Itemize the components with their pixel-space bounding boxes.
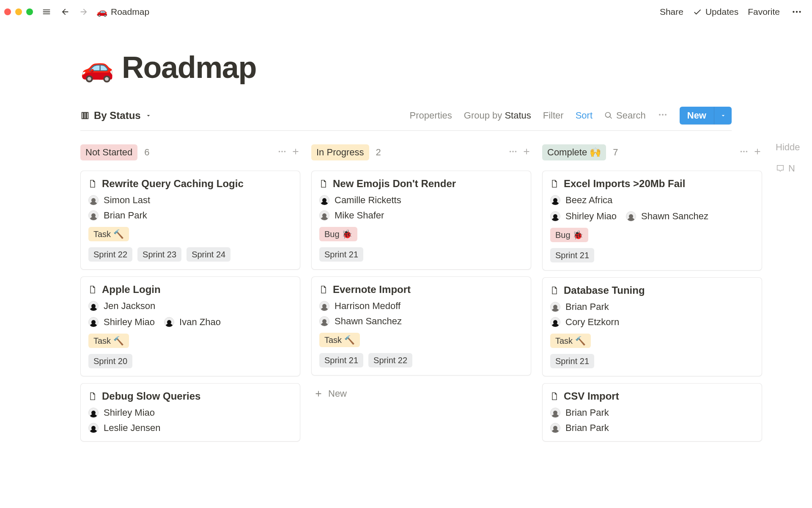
card-title: Debug Slow Queries <box>102 390 200 402</box>
card-people: Camille RickettsMike Shafer <box>319 195 523 221</box>
person: Shawn Sanchez <box>319 316 523 327</box>
new-button[interactable]: New <box>680 107 714 124</box>
page-title-block[interactable]: 🚗 Roadmap <box>80 50 732 85</box>
tag: Bug 🐞 <box>550 228 588 242</box>
person: Cory Etzkorn <box>550 317 754 328</box>
person: Shirley Miao <box>88 407 292 418</box>
properties-button[interactable]: Properties <box>410 110 452 121</box>
card-sprint-tags: Sprint 21 <box>550 354 754 368</box>
svg-point-9 <box>510 151 511 152</box>
page-icon <box>88 179 97 188</box>
board-card[interactable]: Debug Slow Queries Shirley MiaoLeslie Je… <box>80 383 300 442</box>
column-more-button[interactable] <box>508 147 518 158</box>
person: Camille Ricketts <box>319 195 523 206</box>
card-title: New Emojis Don't Render <box>333 178 456 190</box>
card-sprint-tags: Sprint 21Sprint 22 <box>319 353 523 367</box>
tag: Task 🔨 <box>88 334 129 348</box>
column-status-tag[interactable]: Complete 🙌 <box>542 144 606 160</box>
column-more-button[interactable] <box>739 147 749 158</box>
avatar-icon <box>164 317 174 327</box>
card-people: Brian ParkBrian Park <box>550 407 754 433</box>
column-add-button[interactable] <box>291 147 300 158</box>
person: Harrison Medoff <box>319 301 523 312</box>
favorite-button[interactable]: Favorite <box>748 7 780 17</box>
check-icon <box>693 7 702 17</box>
card-sprint-tags: Sprint 21 <box>319 247 523 262</box>
group-by-label: Group by <box>464 110 505 121</box>
person: Jen Jackson <box>88 301 292 312</box>
person: Beez Africa <box>550 195 754 206</box>
card-title-row: Apple Login <box>88 284 292 295</box>
card-people: Brian ParkCory Etzkorn <box>550 301 754 328</box>
svg-point-0 <box>793 11 794 13</box>
board-card[interactable]: Excel Imports >20Mb Fail Beez AfricaShir… <box>542 171 762 271</box>
card-sprint-tags: Sprint 21 <box>550 248 754 262</box>
column-actions <box>508 147 531 158</box>
person: Brian Park <box>88 210 292 221</box>
window-controls <box>4 8 33 15</box>
breadcrumb[interactable]: 🚗 Roadmap <box>96 7 149 17</box>
share-button[interactable]: Share <box>660 7 683 17</box>
filter-button[interactable]: Filter <box>543 110 564 121</box>
person-name: Ivan Zhao <box>179 317 221 328</box>
more-horizontal-icon <box>277 147 287 156</box>
board-card[interactable]: CSV Import Brian ParkBrian Park <box>542 383 762 442</box>
hidden-group-item[interactable]: N <box>776 163 800 174</box>
group-by-button[interactable]: Group by Status <box>464 110 531 121</box>
group-by-value: Status <box>505 110 531 121</box>
hidden-group-label: N <box>788 163 795 174</box>
svg-point-13 <box>743 151 745 152</box>
card-type-tags: Bug 🐞 <box>319 227 523 241</box>
board-card[interactable]: Evernote Import Harrison MedoffShawn San… <box>311 276 531 375</box>
column-add-button[interactable] <box>753 147 762 158</box>
tag: Sprint 21 <box>550 354 594 368</box>
updates-button[interactable]: Updates <box>693 7 738 17</box>
avatar-icon <box>88 210 99 221</box>
nav-forward-button[interactable] <box>76 4 91 19</box>
board-column-not_started: Not Started 6 Rewrite Query Caching Logi… <box>80 142 300 442</box>
avatar-icon <box>550 408 560 418</box>
more-horizontal-icon <box>508 147 518 156</box>
view-more-button[interactable] <box>658 110 668 121</box>
board-card[interactable]: New Emojis Don't Render Camille Ricketts… <box>311 171 531 270</box>
person: Brian Park <box>550 422 754 433</box>
tag: Sprint 21 <box>550 248 594 262</box>
avatar-icon <box>319 195 329 205</box>
person: Shirley Miao <box>550 211 617 222</box>
person-name: Brian Park <box>104 210 147 221</box>
add-card-button[interactable]: New <box>311 382 531 405</box>
board-card[interactable]: Apple Login Jen JacksonShirley MiaoIvan … <box>80 276 300 376</box>
nav-back-button[interactable] <box>58 4 73 19</box>
avatar-icon <box>550 195 560 205</box>
view-switcher[interactable]: By Status <box>80 110 152 121</box>
board-card[interactable]: Database Tuning Brian ParkCory EtzkornTa… <box>542 277 762 376</box>
column-add-button[interactable] <box>522 147 531 158</box>
person: Shawn Sanchez <box>626 211 708 222</box>
card-title-row: New Emojis Don't Render <box>319 178 523 190</box>
card-sprint-tags: Sprint 20 <box>88 354 292 368</box>
hidden-groups-column[interactable]: Hidde N <box>773 142 800 174</box>
tag: Sprint 22 <box>88 247 132 262</box>
column-status-tag[interactable]: In Progress <box>311 144 369 160</box>
person-name: Shirley Miao <box>104 317 155 328</box>
tag: Sprint 22 <box>368 353 412 367</box>
column-status-tag[interactable]: Not Started <box>80 144 137 160</box>
more-button[interactable] <box>789 4 804 19</box>
new-button-group: New <box>680 107 732 124</box>
card-type-tags: Task 🔨 <box>550 334 754 348</box>
window-zoom-icon[interactable] <box>26 8 33 15</box>
view-toolbar: By Status Properties Group by Status Fil… <box>80 107 732 131</box>
new-button-dropdown[interactable] <box>714 107 732 124</box>
person-name: Shawn Sanchez <box>335 316 402 327</box>
tag: Task 🔨 <box>550 334 591 348</box>
person-name: Brian Park <box>565 301 609 312</box>
column-more-button[interactable] <box>277 147 287 158</box>
board-card[interactable]: Rewrite Query Caching Logic Simon LastBr… <box>80 171 300 270</box>
window-close-icon[interactable] <box>4 8 11 15</box>
search-button[interactable]: Search <box>604 110 646 121</box>
avatar-icon <box>88 301 99 311</box>
sort-button[interactable]: Sort <box>576 110 593 121</box>
menu-toggle-button[interactable] <box>39 4 54 19</box>
plus-icon <box>522 147 531 156</box>
window-minimize-icon[interactable] <box>15 8 22 15</box>
